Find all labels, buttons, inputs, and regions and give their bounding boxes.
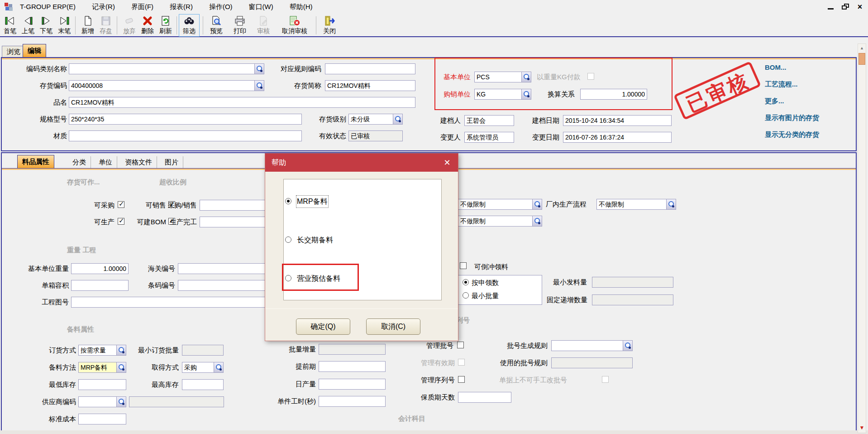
lookup-icon[interactable] [116,362,126,373]
filter-button[interactable]: 筛选 [179,14,199,36]
scroll-thumb[interactable] [858,53,865,65]
base-unit-field[interactable]: PCS [474,72,531,82]
inv-abbr-field[interactable]: CR12MOV精料 [325,80,415,91]
manage-batch-checkbox[interactable] [457,342,464,348]
lookup-icon[interactable] [393,114,403,125]
close-button[interactable]: 关闭 [320,14,339,36]
menu-interface[interactable]: 界面(F) [129,2,155,12]
base-weight-field[interactable]: 1.00000 [71,263,129,274]
code-class-field[interactable] [69,63,264,74]
name-field[interactable]: CR12MOV精料 [69,97,415,108]
delete-button[interactable]: 删除 [138,14,157,36]
lookup-icon[interactable] [214,362,224,373]
supplier-field[interactable] [78,396,126,407]
batch-rule-field[interactable] [551,340,633,351]
std-cost-field[interactable] [78,414,126,424]
lookup-icon[interactable] [254,63,264,74]
drawing-no-field[interactable] [71,297,287,308]
first-record-button[interactable]: 首笔 [1,14,19,36]
shelf-days-label: 保质期天数 [416,392,455,403]
close-window-button[interactable]: × [854,2,865,12]
scroll-up-icon[interactable]: ▲ [858,44,866,52]
preview-button[interactable]: 预览 [206,14,226,36]
daily-output-field[interactable] [319,379,386,390]
option-mrp-radio[interactable] [285,198,291,204]
menu-app[interactable]: T-GROUP ERP(E) [18,2,77,12]
lookup-icon[interactable] [521,89,531,100]
manage-serial-checkbox[interactable] [458,376,465,383]
last-record-button[interactable]: 末笔 [55,14,73,36]
limit-field-2[interactable]: 不做限制 [458,216,542,227]
new-button[interactable]: 新增 [79,14,97,36]
link-process-flow[interactable]: 工艺流程... [765,80,798,89]
menu-window[interactable]: 窗口(W) [247,2,275,12]
by-request-radio[interactable] [463,279,469,285]
restore-button[interactable] [840,2,851,12]
grade-field[interactable]: 未分级 [348,114,403,125]
backflush-checkbox[interactable] [460,262,467,269]
tab-edit[interactable]: 编辑 [23,44,46,57]
acquire-field[interactable]: 采购 [182,362,224,373]
option-mrp-label[interactable]: MRP备料 [297,196,328,207]
minimize-button[interactable] [825,2,836,12]
dialog-close-icon[interactable]: ✕ [442,157,453,168]
min-stock-field[interactable] [78,379,126,390]
lookup-icon[interactable] [623,340,633,351]
lookup-icon[interactable] [116,345,126,356]
unit-hours-field[interactable] [319,396,386,407]
purchasable-checkbox[interactable] [118,201,124,208]
prev-record-button[interactable]: 上笔 [19,14,37,36]
tab-classification[interactable]: 分类 [68,156,91,168]
lead-time-field[interactable] [319,361,386,372]
rule-code-field[interactable] [325,63,415,74]
link-bom[interactable]: BOM... [765,63,787,71]
max-stock-field[interactable] [182,379,224,390]
ok-button[interactable]: 确定(Q) [296,318,350,335]
menu-operate[interactable]: 操作(O) [207,2,234,12]
scroll-down-icon[interactable]: ▼ [858,424,866,432]
trade-unit-field[interactable]: KG [474,89,531,100]
material-field[interactable] [69,130,302,141]
lookup-icon[interactable] [254,80,264,91]
option-sales-forecast-radio[interactable] [285,275,291,281]
option-long-cycle-label[interactable]: 长交期备料 [297,235,333,246]
link-show-with-pictures[interactable]: 显示有图片的存货 [765,114,819,122]
conversion-field[interactable]: 1.00000 [580,89,647,100]
link-more[interactable]: 更多... [765,97,784,106]
lookup-icon[interactable] [521,72,531,82]
tab-pictures[interactable]: 图片 [160,156,183,168]
vertical-scrollbar[interactable]: ▲ ▼ [858,43,866,433]
factory-flow-field[interactable]: 不做限制 [596,199,676,210]
shelf-days-field[interactable] [458,392,511,403]
material-label: 材质 [9,130,67,141]
tab-qualification-files[interactable]: 资格文件 [120,156,157,168]
print-button[interactable]: 打印 [230,14,250,36]
lookup-icon[interactable] [532,199,542,210]
tab-units[interactable]: 单位 [94,156,117,168]
stockup-method-field[interactable]: MRP备料 [78,362,126,373]
inv-code-field[interactable]: 400400008 [69,80,264,91]
menu-record[interactable]: 记录(R) [90,2,117,12]
tab-item-attributes[interactable]: 料品属性 [17,155,54,168]
spec-field[interactable]: 250*240*35 [69,114,302,125]
option-long-cycle-radio[interactable] [285,236,291,243]
option-sales-forecast-label[interactable]: 营业预估备料 [297,273,340,284]
menu-report[interactable]: 报表(R) [168,2,195,12]
cancel-dialog-button[interactable]: 取消(C) [366,318,420,335]
producible-checkbox[interactable] [118,218,124,225]
link-show-unclassified[interactable]: 显示无分类的存货 [765,130,819,139]
order-way-field[interactable]: 按需求量 [78,345,126,356]
next-record-button[interactable]: 下笔 [37,14,55,36]
cancel-audit-button[interactable]: 取消审核 [277,14,312,36]
code-class-label: 编码类别名称 [9,63,67,74]
refresh-button[interactable]: 刷新 [157,14,175,36]
menu-help[interactable]: 帮助(H) [288,2,315,12]
issue-mode-groupbox [458,275,542,305]
lookup-icon[interactable] [532,216,542,227]
lookup-icon[interactable] [116,396,126,407]
lookup-icon[interactable] [666,199,676,210]
min-batch-radio[interactable] [463,292,469,299]
box-volume-field[interactable] [71,280,129,291]
limit-field-1[interactable]: 不做限制 [458,199,542,210]
tab-browse[interactable]: 浏览 [2,46,25,57]
